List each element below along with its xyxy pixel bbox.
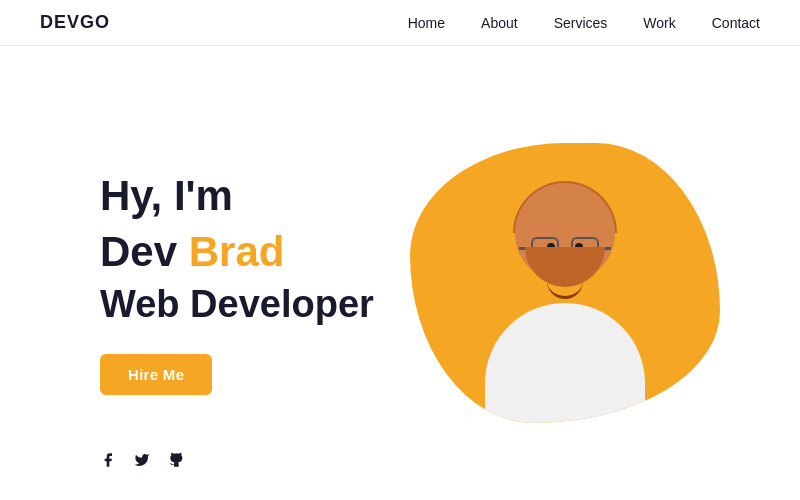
logo[interactable]: DEVGO xyxy=(40,12,110,33)
nav-link-home[interactable]: Home xyxy=(408,15,445,31)
hero-greeting: Hy, I'm xyxy=(100,171,410,221)
hero-text: Hy, I'm Dev Brad Web Developer Hire Me xyxy=(100,171,410,396)
hero-section: Hy, I'm Dev Brad Web Developer Hire Me xyxy=(0,46,800,500)
nav-links: Home About Services Work Contact xyxy=(408,14,760,32)
hero-title: Web Developer xyxy=(100,283,410,326)
blob-background xyxy=(410,143,720,423)
twitter-icon[interactable] xyxy=(134,452,150,472)
nav-link-services[interactable]: Services xyxy=(554,15,608,31)
beard xyxy=(525,247,605,287)
nav-link-about[interactable]: About xyxy=(481,15,518,31)
nav-item-contact[interactable]: Contact xyxy=(712,14,760,32)
nav-link-contact[interactable]: Contact xyxy=(712,15,760,31)
person-illustration xyxy=(445,163,685,423)
hero-image-wrapper xyxy=(410,143,720,423)
nav-link-work[interactable]: Work xyxy=(643,15,675,31)
nav-item-work[interactable]: Work xyxy=(643,14,675,32)
facebook-icon[interactable] xyxy=(100,452,116,472)
navbar: DEVGO Home About Services Work Contact xyxy=(0,0,800,46)
hire-me-button[interactable]: Hire Me xyxy=(100,354,212,395)
nav-item-about[interactable]: About xyxy=(481,14,518,32)
hero-name-highlight: Brad xyxy=(189,228,285,275)
shirt xyxy=(485,303,645,423)
social-icons xyxy=(100,452,184,472)
nav-item-services[interactable]: Services xyxy=(554,14,608,32)
hero-name: Dev Brad xyxy=(100,227,410,277)
nav-item-home[interactable]: Home xyxy=(408,14,445,32)
github-icon[interactable] xyxy=(168,452,184,472)
